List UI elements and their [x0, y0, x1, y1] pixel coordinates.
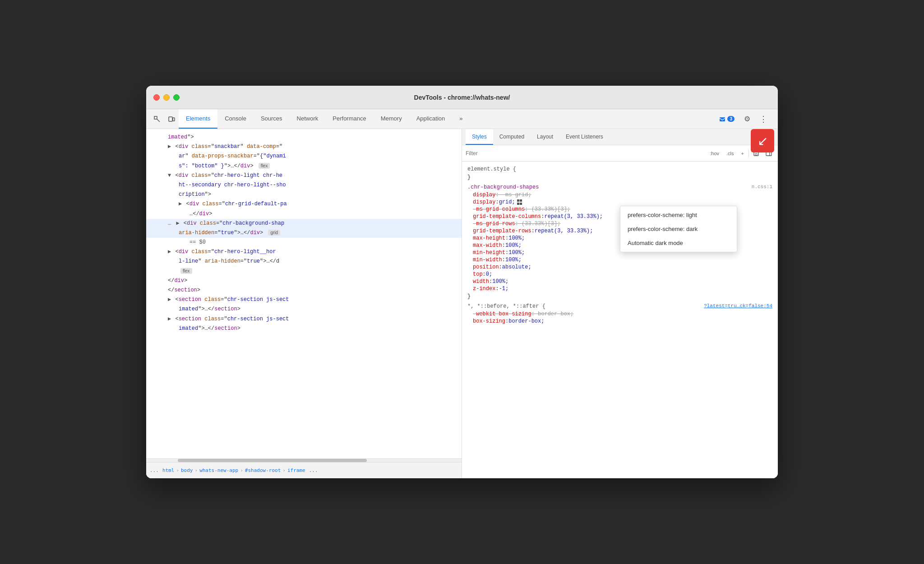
devtools-container: Elements Console Sources Network Perform…: [146, 109, 778, 478]
css-property-line: -webkit-box-sizing: border-box;: [462, 310, 778, 318]
elements-panel: imated"> ▶ <div class="snackbar" data-co…: [146, 129, 462, 478]
dom-line: ar" data-props-snackbar="{"dynami: [146, 152, 462, 161]
dom-line: ▶ <div class="chr-hero-light__hor: [146, 247, 462, 257]
dom-line-selected: … ▶ <div class="chr-background-shap: [146, 219, 462, 228]
svg-rect-2: [173, 118, 175, 121]
window-title: DevTools - chrome://whats-new/: [414, 94, 510, 101]
minimize-button[interactable]: [163, 94, 170, 101]
add-rule-button[interactable]: +: [739, 150, 747, 157]
titlebar: DevTools - chrome://whats-new/: [146, 86, 778, 109]
main-tab-list: Elements Console Sources Network Perform…: [179, 109, 716, 129]
dom-line: imated">…</section>: [146, 324, 462, 333]
dropdown-item-auto-dark[interactable]: Automatic dark mode: [620, 236, 737, 250]
cls-button[interactable]: .cls: [724, 150, 737, 157]
css-property-line: box-sizing: border-box;: [462, 318, 778, 325]
breadcrumb-iframe[interactable]: iframe: [287, 467, 305, 473]
css-property-line: z-index: -1;: [462, 285, 778, 292]
styles-tab-layout[interactable]: Layout: [531, 129, 559, 145]
styles-tab-styles[interactable]: Styles: [466, 129, 493, 145]
dom-line: s": "bottom" }">…</div> flex: [146, 162, 462, 171]
dom-line: imated">: [146, 133, 462, 142]
css-universal-selector: *, *::before, *::after { ?latest=tru…ck=…: [462, 302, 778, 310]
settings-button[interactable]: ⚙: [740, 112, 754, 126]
css-property-line: width: 100%;: [462, 278, 778, 285]
devtools-window: DevTools - chrome://whats-new/ Elements: [146, 86, 778, 478]
tab-console[interactable]: Console: [217, 109, 254, 129]
main-content: imated"> ▶ <div class="snackbar" data-co…: [146, 129, 778, 478]
breadcrumb-bar: ... html › body › whats-new-app › #shado…: [146, 462, 462, 478]
top-tab-bar: Elements Console Sources Network Perform…: [146, 109, 778, 129]
color-scheme-dropdown: prefers-color-scheme: light prefers-colo…: [620, 206, 737, 252]
svg-rect-6: [755, 153, 757, 155]
traffic-lights: [153, 94, 180, 101]
dom-line: cription">: [146, 190, 462, 199]
elements-tree[interactable]: imated"> ▶ <div class="snackbar" data-co…: [146, 129, 462, 458]
close-button[interactable]: [153, 94, 160, 101]
breadcrumb-ellipsis: ...: [150, 467, 159, 473]
tab-application[interactable]: Application: [409, 109, 453, 129]
horizontal-scrollbar[interactable]: [146, 458, 462, 462]
css-property-line: display: -ms-grid;: [462, 191, 778, 199]
dom-line: flex: [146, 267, 462, 276]
styles-tab-event-listeners[interactable]: Event Listeners: [559, 129, 610, 145]
tab-performance[interactable]: Performance: [325, 109, 373, 129]
css-property-line: min-width: 100%;: [462, 256, 778, 264]
css-property-line: display: grid;: [462, 199, 778, 206]
dom-line: ▶ <div class="chr-grid-default-pa: [146, 199, 462, 209]
dom-line: ▶ <div class="snackbar" data-comp=": [146, 142, 462, 152]
css-block-end: }: [462, 292, 778, 300]
svg-rect-3: [720, 117, 725, 121]
more-options-button[interactable]: ⋮: [756, 112, 771, 126]
svg-rect-0: [154, 116, 157, 119]
corner-arrow-indicator: ↙: [751, 129, 774, 153]
tab-network[interactable]: Network: [290, 109, 326, 129]
css-element-style-block: element.style { }: [462, 165, 778, 181]
styles-panel: Styles Computed Layout Event Listeners »: [462, 129, 778, 478]
breadcrumb-ellipsis-end: ...: [309, 467, 318, 473]
tab-memory[interactable]: Memory: [374, 109, 409, 129]
breadcrumb-whats-new-app[interactable]: whats-new-app: [199, 467, 238, 473]
css-universal-block: *, *::before, *::after { ?latest=tru…ck=…: [462, 302, 778, 325]
dropdown-item-prefers-light[interactable]: prefers-color-scheme: light: [620, 208, 737, 222]
breadcrumb-body[interactable]: body: [181, 467, 193, 473]
dom-line: l-line" aria-hidden="true">…</d: [146, 257, 462, 266]
scroll-thumb: [178, 459, 367, 462]
hov-button[interactable]: :hov: [707, 150, 722, 157]
breadcrumb-shadow-root[interactable]: #shadow-root: [245, 467, 281, 473]
breadcrumb-html[interactable]: html: [162, 467, 175, 473]
svg-rect-1: [169, 117, 172, 121]
filter-input[interactable]: [466, 150, 704, 157]
filter-bar: :hov .cls +: [462, 145, 778, 162]
dom-line: == $0: [146, 238, 462, 247]
filter-divider: [748, 149, 749, 157]
styles-tab-computed[interactable]: Computed: [493, 129, 531, 145]
maximize-button[interactable]: [173, 94, 180, 101]
css-property-line: position: absolute;: [462, 264, 778, 271]
tab-elements[interactable]: Elements: [179, 109, 217, 129]
dom-line: </div>: [146, 276, 462, 286]
tab-more[interactable]: »: [452, 109, 470, 129]
tab-sources[interactable]: Sources: [254, 109, 290, 129]
dom-line-selected: aria-hidden="true">…</div> grid: [146, 228, 462, 238]
tab-bar-right: 3 ⚙ ⋮: [716, 112, 774, 126]
dom-line: …</div>: [146, 209, 462, 219]
device-toolbar-button[interactable]: [164, 112, 179, 126]
dom-line: ▼ <div class="chr-hero-light chr-he: [146, 171, 462, 180]
inspect-element-button[interactable]: [150, 112, 164, 126]
css-property-line: top: 0;: [462, 271, 778, 278]
css-selector: element.style {: [462, 165, 778, 173]
css-block-end: }: [462, 173, 778, 181]
notifications-button[interactable]: 3: [716, 112, 738, 126]
dom-line: imated">…</section>: [146, 305, 462, 314]
dom-line: ht--secondary chr-hero-light--sho: [146, 180, 462, 190]
styles-tab-bar: Styles Computed Layout Event Listeners »: [462, 129, 778, 145]
dom-line: </section>: [146, 286, 462, 295]
css-selector-2: .chr-background-shapes n.css:1: [462, 183, 778, 191]
dropdown-item-prefers-dark[interactable]: prefers-color-scheme: dark: [620, 222, 737, 236]
dom-line: ▶ <section class="chr-section js-sect: [146, 295, 462, 305]
dom-line: ▶ <section class="chr-section js-sect: [146, 314, 462, 324]
